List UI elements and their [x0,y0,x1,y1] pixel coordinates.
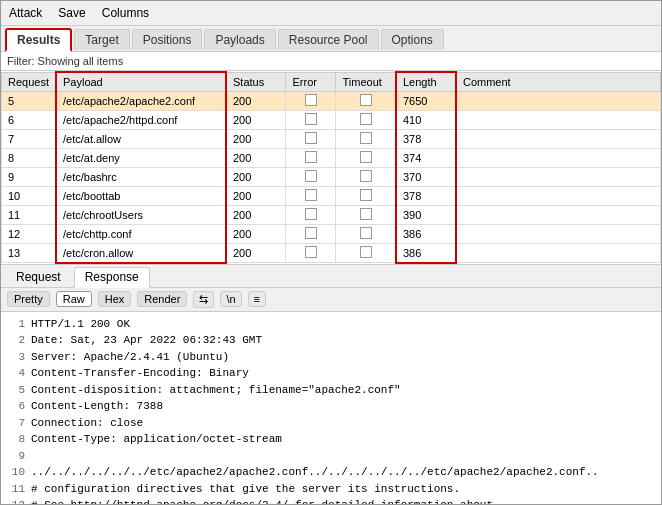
cell-comment [456,130,661,149]
line-number: 6 [7,398,25,415]
cell-error [286,187,336,206]
tab-resource-pool[interactable]: Resource Pool [278,29,379,50]
cell-length: 410 [396,111,456,130]
cell-length: 378 [396,187,456,206]
cell-status: 200 [226,168,286,187]
tab-request[interactable]: Request [5,267,72,287]
line-number: 8 [7,431,25,448]
cell-comment [456,92,661,111]
cell-comment [456,187,661,206]
tab-payloads[interactable]: Payloads [204,29,275,50]
table-row[interactable]: 12/etc/chttp.conf200386 [2,225,661,244]
col-header-comment: Comment [456,72,661,92]
table-row[interactable]: 13/etc/cron.allow200386 [2,244,661,263]
cell-status: 200 [226,187,286,206]
cell-comment [456,149,661,168]
cell-error [286,244,336,263]
cell-error [286,225,336,244]
cell-comment [456,225,661,244]
cell-payload: /etc/chrootUsers [56,206,226,225]
cell-request: 10 [2,187,56,206]
tab-target[interactable]: Target [74,29,129,50]
cell-payload: /etc/apache2/httpd.conf [56,111,226,130]
cell-length: 390 [396,206,456,225]
cell-comment [456,111,661,130]
response-line: 8Content-Type: application/octet-stream [7,431,655,448]
response-content: 1HTTP/1.1 200 OK2Date: Sat, 23 Apr 2022 … [1,312,661,505]
response-line: 6Content-Length: 7388 [7,398,655,415]
cell-payload: /etc/apache2/apache2.conf [56,92,226,111]
format-hex[interactable]: Hex [98,291,132,307]
cell-status: 200 [226,206,286,225]
col-header-timeout: Timeout [336,72,396,92]
cell-length: 386 [396,244,456,263]
response-line: 4Content-Transfer-Encoding: Binary [7,365,655,382]
line-number: 9 [7,448,25,465]
tab-positions[interactable]: Positions [132,29,203,50]
response-line: 9 [7,448,655,465]
menu-bar: Attack Save Columns [1,1,661,26]
cell-payload: /etc/boottab [56,187,226,206]
toggle-direction-button[interactable]: ⇆ [193,291,214,308]
cell-error [286,149,336,168]
line-number: 12 [7,497,25,504]
cell-timeout [336,92,396,111]
response-line: 10../../../../../../etc/apache2/apache2.… [7,464,655,481]
line-number: 4 [7,365,25,382]
results-table-area: Request Payload Status Error Timeout Len… [1,71,661,265]
table-row[interactable]: 10/etc/boottab200378 [2,187,661,206]
line-number: 7 [7,415,25,432]
table-row[interactable]: 5/etc/apache2/apache2.conf2007650 [2,92,661,111]
response-line: 12# See http://httpd.apache.org/docs/2.4… [7,497,655,504]
cell-status: 200 [226,149,286,168]
response-toolbar: Pretty Raw Hex Render ⇆ \n ≡ [1,288,661,312]
cell-request: 7 [2,130,56,149]
cell-comment [456,206,661,225]
table-row[interactable]: 8/etc/at.deny200374 [2,149,661,168]
cell-timeout [336,168,396,187]
line-number: 2 [7,332,25,349]
cell-length: 374 [396,149,456,168]
tab-response[interactable]: Response [74,267,150,288]
cell-comment [456,168,661,187]
line-number: 10 [7,464,25,481]
format-render[interactable]: Render [137,291,187,307]
results-table: Request Payload Status Error Timeout Len… [1,71,661,264]
format-pretty[interactable]: Pretty [7,291,50,307]
cell-timeout [336,206,396,225]
cell-request: 9 [2,168,56,187]
cell-request: 11 [2,206,56,225]
cell-timeout [336,244,396,263]
cell-length: 386 [396,225,456,244]
response-line: 2Date: Sat, 23 Apr 2022 06:32:43 GMT [7,332,655,349]
menu-columns[interactable]: Columns [98,4,153,22]
cell-length: 7650 [396,92,456,111]
table-row[interactable]: 6/etc/apache2/httpd.conf200410 [2,111,661,130]
format-raw[interactable]: Raw [56,291,92,307]
line-number: 3 [7,349,25,366]
cell-length: 378 [396,130,456,149]
cell-payload: /etc/cron.allow [56,244,226,263]
cell-timeout [336,149,396,168]
cell-payload: /etc/at.deny [56,149,226,168]
table-row[interactable]: 7/etc/at.allow200378 [2,130,661,149]
cell-status: 200 [226,111,286,130]
cell-status: 200 [226,130,286,149]
table-row[interactable]: 9/etc/bashrc200370 [2,168,661,187]
cell-error [286,130,336,149]
response-line: 1HTTP/1.1 200 OK [7,316,655,333]
menu-attack[interactable]: Attack [5,4,46,22]
cell-error [286,92,336,111]
menu-button[interactable]: ≡ [248,291,266,307]
tab-results[interactable]: Results [5,28,72,52]
cell-status: 200 [226,92,286,111]
cell-length: 370 [396,168,456,187]
cell-timeout [336,111,396,130]
table-row[interactable]: 11/etc/chrootUsers200390 [2,206,661,225]
tab-options[interactable]: Options [381,29,444,50]
cell-request: 6 [2,111,56,130]
menu-save[interactable]: Save [54,4,89,22]
response-line: 11# configuration directives that give t… [7,481,655,498]
newline-button[interactable]: \n [220,291,241,307]
filter-bar: Filter: Showing all items [1,52,661,71]
